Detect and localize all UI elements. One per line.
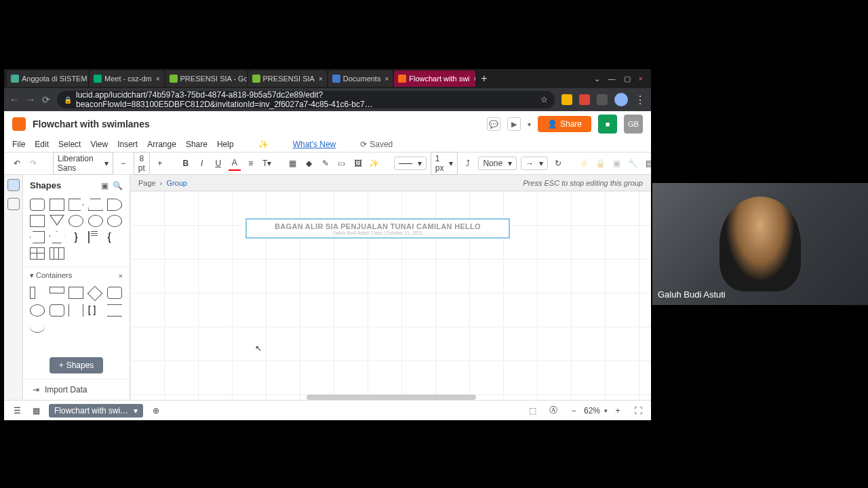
- horizontal-scrollbar[interactable]: [307, 394, 476, 400]
- share-button[interactable]: 👤 Share: [538, 116, 591, 132]
- crumb-group[interactable]: Group: [166, 179, 187, 187]
- container-shape[interactable]: [50, 304, 64, 317]
- browser-tab-active[interactable]: Flowchart with swi×: [394, 70, 475, 87]
- user-avatar[interactable]: GB: [624, 115, 643, 134]
- panel-toggle-icon[interactable]: ▤: [643, 156, 651, 171]
- shape-note[interactable]: [88, 231, 103, 243]
- list-view-icon[interactable]: ☰: [11, 403, 23, 418]
- forward-icon[interactable]: →: [26, 94, 35, 105]
- container-shape[interactable]: [68, 304, 83, 317]
- container-shape[interactable]: [30, 304, 45, 317]
- containers-section[interactable]: ▾ Containers ×: [23, 266, 130, 284]
- flip-icon[interactable]: ↻: [552, 156, 564, 171]
- image-icon[interactable]: ▣: [101, 181, 108, 190]
- fill-icon[interactable]: ▦: [287, 156, 299, 171]
- shape-triangle[interactable]: [50, 215, 64, 226]
- present-icon[interactable]: ▶: [507, 117, 521, 131]
- font-select[interactable]: Liberation Sans▾: [53, 152, 113, 175]
- browser-tab[interactable]: Anggota di SISTEM×: [7, 70, 88, 87]
- zoom-level[interactable]: 62%: [584, 406, 600, 415]
- zoom-out-button[interactable]: −: [568, 403, 580, 418]
- line-end-left-select[interactable]: None▾: [478, 157, 517, 170]
- close-icon[interactable]: ×: [119, 272, 123, 280]
- menu-share[interactable]: Share: [186, 140, 208, 149]
- container-shape[interactable]: [30, 321, 45, 333]
- chevron-down-icon[interactable]: ▾: [604, 407, 608, 414]
- shape-swimlane[interactable]: [50, 247, 64, 260]
- menu-icon[interactable]: ⋮: [635, 94, 646, 106]
- chevron-down-icon[interactable]: ⌄: [594, 75, 600, 83]
- shape-connector[interactable]: [88, 215, 103, 227]
- close-icon[interactable]: ×: [474, 75, 476, 83]
- new-tab-button[interactable]: +: [477, 73, 491, 85]
- redo-icon[interactable]: ↷: [27, 156, 39, 171]
- extension-icon[interactable]: [561, 94, 572, 105]
- add-page-button[interactable]: ⊕: [150, 403, 162, 418]
- close-icon[interactable]: ×: [384, 75, 389, 83]
- shape-table[interactable]: [30, 247, 45, 260]
- canvas[interactable]: BAGAN ALIR SIA PENJUALAN TUNAI CAMILAN H…: [130, 191, 651, 400]
- whats-new-link[interactable]: What's New: [293, 140, 336, 149]
- shape-process[interactable]: [30, 215, 45, 227]
- shape-rect[interactable]: [50, 199, 64, 211]
- chevron-down-icon[interactable]: ▾: [528, 121, 531, 128]
- container-shape[interactable]: [87, 286, 102, 302]
- menu-select[interactable]: Select: [58, 140, 81, 149]
- fill-color-icon[interactable]: ◆: [303, 156, 315, 171]
- page-selector[interactable]: Flowchart with swi…▾: [49, 404, 143, 418]
- extension-icon[interactable]: [597, 94, 608, 105]
- shape-options-icon[interactable]: ▭: [336, 156, 348, 171]
- import-data-button[interactable]: ⇥Import Data: [23, 379, 130, 400]
- profile-avatar[interactable]: [614, 93, 628, 106]
- close-icon[interactable]: ×: [156, 75, 160, 83]
- address-bar[interactable]: 🔒 lucid.app/lucidchart/74b597a3-75bd-487…: [57, 91, 555, 108]
- underline-icon[interactable]: U: [212, 156, 224, 171]
- add-shapes-button[interactable]: + Shapes: [50, 357, 104, 373]
- container-bracket[interactable]: [ ]: [88, 304, 103, 317]
- shape-bracket[interactable]: {: [107, 231, 122, 243]
- accessibility-icon[interactable]: Ⓐ: [547, 403, 559, 418]
- browser-tab[interactable]: Documents×: [328, 70, 393, 87]
- group-icon[interactable]: ▣: [610, 156, 623, 171]
- magic-icon[interactable]: ✨: [368, 156, 380, 171]
- fullscreen-icon[interactable]: ⛶: [632, 403, 644, 418]
- container-shape[interactable]: [50, 287, 64, 293]
- maximize-icon[interactable]: ▢: [624, 75, 631, 83]
- menu-view[interactable]: View: [90, 140, 108, 149]
- back-icon[interactable]: ←: [9, 94, 19, 105]
- close-icon[interactable]: ×: [319, 75, 323, 83]
- shape-pentagon[interactable]: [50, 231, 64, 243]
- container-shape[interactable]: [68, 287, 83, 299]
- pan-tool-icon[interactable]: [7, 198, 20, 210]
- menu-arrange[interactable]: Arrange: [147, 140, 176, 149]
- browser-tab[interactable]: PRESENSI SIA - Go×: [165, 70, 247, 87]
- decrease-size-button[interactable]: −: [117, 156, 130, 171]
- minimize-icon[interactable]: —: [608, 75, 616, 83]
- shape-brace[interactable]: }: [68, 231, 83, 243]
- font-size-input[interactable]: 8 pt: [134, 152, 150, 175]
- line-color-icon[interactable]: ✎: [319, 156, 332, 171]
- sparkle-icon[interactable]: ✨: [258, 140, 269, 149]
- comment-icon[interactable]: 💬: [487, 117, 500, 131]
- search-icon[interactable]: 🔍: [113, 181, 123, 190]
- menu-insert[interactable]: Insert: [117, 140, 138, 149]
- shape-document[interactable]: [68, 199, 83, 211]
- text-color-icon[interactable]: A: [229, 156, 241, 171]
- menu-file[interactable]: File: [12, 140, 25, 149]
- line-width-select[interactable]: 1 px▾: [431, 152, 458, 175]
- menu-help[interactable]: Help: [217, 140, 234, 149]
- line-curve-icon[interactable]: ⤴: [462, 156, 474, 171]
- title-block[interactable]: BAGAN ALIR SIA PENJUALAN TUNAI CAMILAN H…: [245, 218, 510, 239]
- crumb-page[interactable]: Page: [138, 179, 156, 187]
- close-window-icon[interactable]: ×: [639, 75, 643, 83]
- text-options-icon[interactable]: T▾: [261, 156, 273, 171]
- shape-trapezoid[interactable]: [88, 199, 103, 211]
- undo-icon[interactable]: ↶: [11, 156, 23, 171]
- shape-display[interactable]: [30, 231, 45, 243]
- reload-icon[interactable]: ⟳: [42, 94, 50, 105]
- lock-icon[interactable]: 🔒: [594, 156, 606, 171]
- wrench-icon[interactable]: 🔧: [627, 156, 639, 171]
- align-icon[interactable]: ≡: [245, 156, 257, 171]
- layers-icon[interactable]: ⬚: [527, 403, 539, 418]
- browser-tab[interactable]: PRESENSI SIA×: [248, 70, 327, 87]
